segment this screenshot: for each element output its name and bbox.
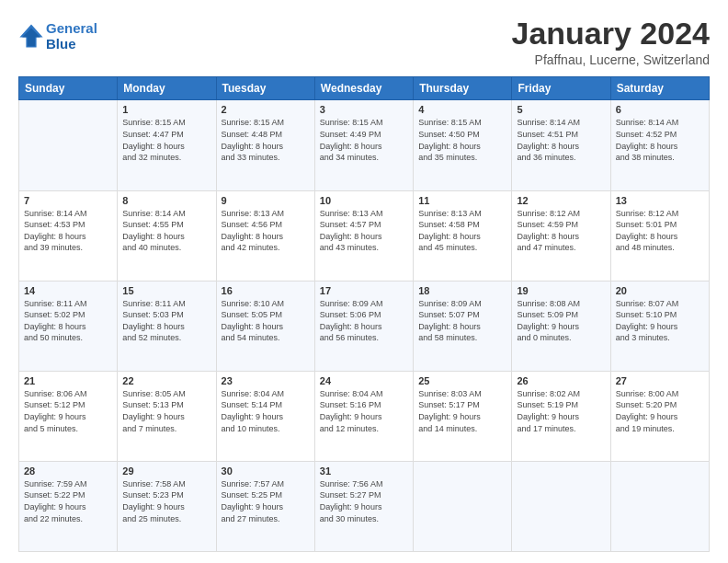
day-number: 27 <box>616 375 704 386</box>
calendar-cell: 29Sunrise: 7:58 AM Sunset: 5:23 PM Dayli… <box>118 461 216 551</box>
header: General Blue January 2024 Pfaffnau, Luce… <box>18 17 710 67</box>
calendar-cell: 8Sunrise: 8:14 AM Sunset: 4:55 PM Daylig… <box>118 190 216 281</box>
day-info: Sunrise: 8:15 AM Sunset: 4:48 PM Dayligh… <box>222 117 310 163</box>
calendar-cell: 14Sunrise: 8:11 AM Sunset: 5:02 PM Dayli… <box>19 281 118 371</box>
day-info: Sunrise: 8:14 AM Sunset: 4:53 PM Dayligh… <box>24 208 112 254</box>
day-info: Sunrise: 8:05 AM Sunset: 5:13 PM Dayligh… <box>122 388 210 434</box>
calendar-cell: 15Sunrise: 8:11 AM Sunset: 5:03 PM Dayli… <box>118 281 216 371</box>
logo-text: General Blue <box>46 20 97 52</box>
day-number: 14 <box>24 285 112 296</box>
calendar-cell: 31Sunrise: 7:56 AM Sunset: 5:27 PM Dayli… <box>314 461 413 551</box>
day-number: 30 <box>222 465 310 477</box>
calendar-cell: 22Sunrise: 8:05 AM Sunset: 5:13 PM Dayli… <box>118 371 216 461</box>
col-sunday: Sunday <box>19 77 118 100</box>
day-number: 25 <box>418 375 506 386</box>
calendar-cell: 28Sunrise: 7:59 AM Sunset: 5:22 PM Dayli… <box>19 461 118 551</box>
calendar-cell: 2Sunrise: 8:15 AM Sunset: 4:48 PM Daylig… <box>216 100 314 190</box>
day-number: 4 <box>418 104 506 115</box>
day-info: Sunrise: 8:14 AM Sunset: 4:52 PM Dayligh… <box>616 117 704 163</box>
calendar-cell: 19Sunrise: 8:08 AM Sunset: 5:09 PM Dayli… <box>512 281 610 371</box>
calendar-cell: 27Sunrise: 8:00 AM Sunset: 5:20 PM Dayli… <box>610 371 709 461</box>
calendar-cell: 17Sunrise: 8:09 AM Sunset: 5:06 PM Dayli… <box>314 281 413 371</box>
day-info: Sunrise: 8:04 AM Sunset: 5:16 PM Dayligh… <box>320 388 408 434</box>
calendar-cell: 13Sunrise: 8:12 AM Sunset: 5:01 PM Dayli… <box>610 190 709 281</box>
day-number: 29 <box>122 465 210 477</box>
col-tuesday: Tuesday <box>216 77 314 100</box>
day-number: 5 <box>517 104 605 115</box>
day-number: 1 <box>122 104 210 115</box>
calendar-cell <box>414 461 512 551</box>
col-saturday: Saturday <box>610 77 709 100</box>
calendar-week-5: 28Sunrise: 7:59 AM Sunset: 5:22 PM Dayli… <box>19 461 710 551</box>
day-info: Sunrise: 8:00 AM Sunset: 5:20 PM Dayligh… <box>616 388 704 434</box>
day-number: 31 <box>320 465 408 477</box>
day-number: 10 <box>320 195 408 206</box>
day-info: Sunrise: 8:08 AM Sunset: 5:09 PM Dayligh… <box>517 298 605 344</box>
day-info: Sunrise: 8:10 AM Sunset: 5:05 PM Dayligh… <box>222 298 310 344</box>
day-number: 16 <box>222 285 310 296</box>
day-info: Sunrise: 8:11 AM Sunset: 5:02 PM Dayligh… <box>24 298 112 344</box>
day-number: 28 <box>24 465 112 477</box>
day-info: Sunrise: 8:12 AM Sunset: 4:59 PM Dayligh… <box>517 208 605 254</box>
calendar-cell: 24Sunrise: 8:04 AM Sunset: 5:16 PM Dayli… <box>314 371 413 461</box>
day-info: Sunrise: 8:09 AM Sunset: 5:07 PM Dayligh… <box>418 298 506 344</box>
day-info: Sunrise: 8:02 AM Sunset: 5:19 PM Dayligh… <box>517 388 605 434</box>
calendar-cell: 23Sunrise: 8:04 AM Sunset: 5:14 PM Dayli… <box>216 371 314 461</box>
col-thursday: Thursday <box>414 77 512 100</box>
calendar-cell: 30Sunrise: 7:57 AM Sunset: 5:25 PM Dayli… <box>216 461 314 551</box>
calendar-cell: 10Sunrise: 8:13 AM Sunset: 4:57 PM Dayli… <box>314 190 413 281</box>
header-row: Sunday Monday Tuesday Wednesday Thursday… <box>19 77 710 100</box>
day-info: Sunrise: 8:09 AM Sunset: 5:06 PM Dayligh… <box>320 298 408 344</box>
day-number: 11 <box>418 195 506 206</box>
calendar-cell: 11Sunrise: 8:13 AM Sunset: 4:58 PM Dayli… <box>414 190 512 281</box>
calendar-cell <box>512 461 610 551</box>
calendar-week-2: 7Sunrise: 8:14 AM Sunset: 4:53 PM Daylig… <box>19 190 710 281</box>
col-friday: Friday <box>512 77 610 100</box>
svg-marker-1 <box>22 29 40 47</box>
day-info: Sunrise: 7:59 AM Sunset: 5:22 PM Dayligh… <box>24 478 112 524</box>
logo-icon <box>18 23 44 49</box>
calendar-cell: 25Sunrise: 8:03 AM Sunset: 5:17 PM Dayli… <box>414 371 512 461</box>
day-number: 7 <box>24 195 112 206</box>
col-monday: Monday <box>118 77 216 100</box>
day-info: Sunrise: 8:15 AM Sunset: 4:47 PM Dayligh… <box>122 117 210 163</box>
calendar-cell: 1Sunrise: 8:15 AM Sunset: 4:47 PM Daylig… <box>118 100 216 190</box>
day-info: Sunrise: 8:04 AM Sunset: 5:14 PM Dayligh… <box>222 388 310 434</box>
day-info: Sunrise: 8:07 AM Sunset: 5:10 PM Dayligh… <box>616 298 704 344</box>
calendar: Sunday Monday Tuesday Wednesday Thursday… <box>18 76 710 552</box>
calendar-cell: 18Sunrise: 8:09 AM Sunset: 5:07 PM Dayli… <box>414 281 512 371</box>
calendar-cell: 4Sunrise: 8:15 AM Sunset: 4:50 PM Daylig… <box>414 100 512 190</box>
calendar-cell: 5Sunrise: 8:14 AM Sunset: 4:51 PM Daylig… <box>512 100 610 190</box>
calendar-cell <box>610 461 709 551</box>
day-number: 2 <box>222 104 310 115</box>
day-info: Sunrise: 7:58 AM Sunset: 5:23 PM Dayligh… <box>122 478 210 524</box>
calendar-cell: 26Sunrise: 8:02 AM Sunset: 5:19 PM Dayli… <box>512 371 610 461</box>
calendar-week-3: 14Sunrise: 8:11 AM Sunset: 5:02 PM Dayli… <box>19 281 710 371</box>
day-info: Sunrise: 8:13 AM Sunset: 4:56 PM Dayligh… <box>222 208 310 254</box>
day-number: 15 <box>122 285 210 296</box>
day-info: Sunrise: 8:14 AM Sunset: 4:55 PM Dayligh… <box>122 208 210 254</box>
day-number: 13 <box>616 195 704 206</box>
day-info: Sunrise: 8:14 AM Sunset: 4:51 PM Dayligh… <box>517 117 605 163</box>
day-number: 26 <box>517 375 605 386</box>
day-number: 20 <box>616 285 704 296</box>
calendar-cell: 16Sunrise: 8:10 AM Sunset: 5:05 PM Dayli… <box>216 281 314 371</box>
calendar-week-4: 21Sunrise: 8:06 AM Sunset: 5:12 PM Dayli… <box>19 371 710 461</box>
location-subtitle: Pfaffnau, Lucerne, Switzerland <box>512 52 711 67</box>
day-info: Sunrise: 8:03 AM Sunset: 5:17 PM Dayligh… <box>418 388 506 434</box>
logo: General Blue <box>18 20 97 52</box>
day-number: 12 <box>517 195 605 206</box>
day-info: Sunrise: 8:12 AM Sunset: 5:01 PM Dayligh… <box>616 208 704 254</box>
day-number: 23 <box>222 375 310 386</box>
day-info: Sunrise: 8:11 AM Sunset: 5:03 PM Dayligh… <box>122 298 210 344</box>
day-number: 19 <box>517 285 605 296</box>
calendar-cell <box>19 100 118 190</box>
calendar-cell: 3Sunrise: 8:15 AM Sunset: 4:49 PM Daylig… <box>314 100 413 190</box>
calendar-cell: 6Sunrise: 8:14 AM Sunset: 4:52 PM Daylig… <box>610 100 709 190</box>
day-number: 8 <box>122 195 210 206</box>
calendar-cell: 12Sunrise: 8:12 AM Sunset: 4:59 PM Dayli… <box>512 190 610 281</box>
col-wednesday: Wednesday <box>314 77 413 100</box>
day-info: Sunrise: 8:15 AM Sunset: 4:49 PM Dayligh… <box>320 117 408 163</box>
day-info: Sunrise: 8:06 AM Sunset: 5:12 PM Dayligh… <box>24 388 112 434</box>
day-number: 21 <box>24 375 112 386</box>
